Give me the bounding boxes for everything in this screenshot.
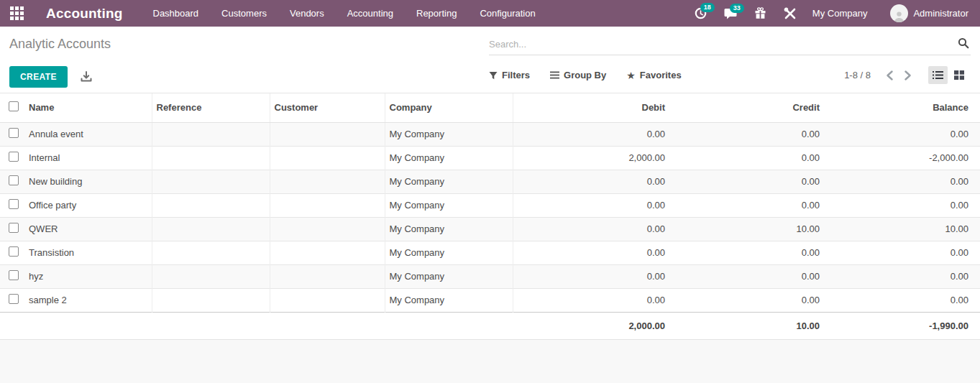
total-credit: 10.00 (671, 312, 825, 339)
cell-credit: 0.00 (671, 264, 825, 288)
app-menu-bar: DashboardCustomersVendorsAccountingRepor… (142, 0, 547, 27)
header-debit[interactable]: Debit (513, 93, 671, 122)
message-count-badge: 33 (730, 4, 744, 13)
list-view-icon (933, 70, 943, 80)
table-row[interactable]: New buildingMy Company0.000.000.00 (0, 170, 980, 193)
header-name[interactable]: Name (29, 93, 152, 122)
tools-icon (784, 7, 797, 20)
header-customer[interactable]: Customer (270, 93, 385, 122)
page-title: Analytic Accounts (9, 37, 111, 52)
search-input[interactable] (489, 39, 956, 50)
select-all-checkbox[interactable] (9, 101, 19, 111)
header-company[interactable]: Company (385, 93, 513, 122)
cell-company: My Company (385, 193, 513, 217)
row-checkbox-cell (0, 217, 29, 241)
row-checkbox[interactable] (9, 223, 19, 233)
cell-name: Office party (29, 193, 152, 217)
table-row[interactable]: QWERMy Company0.0010.0010.00 (0, 217, 980, 241)
cell-reference (152, 193, 270, 217)
kanban-view-button[interactable] (949, 66, 968, 84)
list-view-button[interactable] (928, 66, 948, 84)
row-checkbox-cell (0, 264, 29, 288)
table-row[interactable]: Annula eventMy Company0.000.000.00 (0, 122, 980, 146)
navbar-right: 18 33 My Company (687, 4, 968, 23)
cell-debit: 0.00 (513, 241, 671, 264)
row-checkbox[interactable] (9, 128, 19, 138)
cell-credit: 0.00 (671, 146, 825, 170)
table-header: Name Reference Customer Company Debit Cr… (0, 93, 980, 122)
select-all-cell (0, 93, 29, 122)
activity-count-badge: 18 (700, 3, 715, 12)
totals-row: 2,000.00 10.00 -1,990.00 (0, 312, 980, 339)
favorites-button[interactable]: ★ Favorites (626, 70, 681, 80)
user-name: Administrator (913, 8, 968, 19)
pager-next-button[interactable] (899, 68, 917, 83)
row-checkbox[interactable] (9, 175, 19, 185)
nav-menu-accounting[interactable]: Accounting (336, 0, 405, 27)
cell-reference (152, 288, 270, 312)
cell-customer (270, 217, 385, 241)
row-checkbox[interactable] (9, 270, 19, 280)
table-row[interactable]: hyzMy Company0.000.000.00 (0, 264, 980, 288)
cell-balance: 0.00 (825, 264, 980, 288)
activities-button[interactable]: 18 (687, 4, 714, 22)
cell-debit: 0.00 (513, 170, 671, 193)
funnel-icon (489, 71, 498, 80)
cell-credit: 0.00 (671, 170, 825, 193)
search-bar (489, 34, 971, 55)
table-row[interactable]: sample 2My Company0.000.000.00 (0, 288, 980, 312)
group-by-button[interactable]: Group By (550, 70, 606, 80)
search-icon[interactable] (956, 37, 971, 52)
cell-company: My Company (385, 288, 513, 312)
table-row[interactable]: Office partyMy Company0.000.000.00 (0, 193, 980, 217)
gift-icon (754, 7, 766, 19)
row-checkbox[interactable] (9, 199, 19, 209)
apps-menu-button[interactable] (0, 0, 33, 27)
filter-bar: Filters Group By ★ Favorites (489, 70, 682, 80)
content-background (0, 340, 980, 383)
kanban-view-icon (954, 70, 964, 80)
company-switcher[interactable]: My Company (807, 8, 878, 19)
pager-counter: 1-8 / 8 (844, 70, 871, 80)
nav-menu-vendors[interactable]: Vendors (278, 0, 336, 27)
nav-menu-customers[interactable]: Customers (210, 0, 278, 27)
nav-menu-reporting[interactable]: Reporting (405, 0, 468, 27)
messages-button[interactable]: 33 (717, 5, 744, 22)
table-row[interactable]: InternalMy Company2,000.000.00-2,000.00 (0, 146, 980, 170)
row-checkbox[interactable] (9, 152, 19, 162)
user-menu[interactable]: Administrator (880, 4, 968, 22)
cell-balance: 0.00 (825, 170, 980, 193)
total-balance: -1,990.00 (825, 312, 980, 339)
cell-debit: 0.00 (513, 217, 671, 241)
row-checkbox[interactable] (9, 294, 19, 304)
cell-name: QWER (29, 217, 152, 241)
cell-balance: -2,000.00 (825, 146, 980, 170)
table-row[interactable]: TransistionMy Company0.000.000.00 (0, 241, 980, 264)
cell-credit: 0.00 (671, 288, 825, 312)
pager-previous-button[interactable] (881, 68, 899, 83)
totals-empty (385, 312, 513, 339)
cell-balance: 0.00 (825, 241, 980, 264)
header-balance[interactable]: Balance (825, 93, 980, 122)
cell-customer (270, 264, 385, 288)
create-button[interactable]: CREATE (9, 66, 68, 88)
export-icon[interactable] (81, 71, 92, 83)
cell-customer (270, 241, 385, 264)
top-navbar: Accounting DashboardCustomersVendorsAcco… (0, 0, 980, 27)
cell-debit: 0.00 (513, 122, 671, 146)
filters-button[interactable]: Filters (489, 70, 530, 80)
control-panel: Analytic Accounts CREATE Filters (0, 27, 980, 93)
header-reference[interactable]: Reference (152, 93, 270, 122)
nav-menu-dashboard[interactable]: Dashboard (142, 0, 211, 27)
row-checkbox[interactable] (9, 246, 19, 257)
cell-reference (152, 217, 270, 241)
tools-button[interactable] (777, 4, 804, 23)
nav-menu-configuration[interactable]: Configuration (468, 0, 546, 27)
analytic-accounts-table: Name Reference Customer Company Debit Cr… (0, 93, 980, 340)
header-credit[interactable]: Credit (671, 93, 825, 122)
current-app-title[interactable]: Accounting (46, 6, 123, 22)
cell-company: My Company (385, 122, 513, 146)
gift-button[interactable] (747, 4, 774, 22)
cell-debit: 2,000.00 (513, 146, 671, 170)
cell-customer (270, 146, 385, 170)
